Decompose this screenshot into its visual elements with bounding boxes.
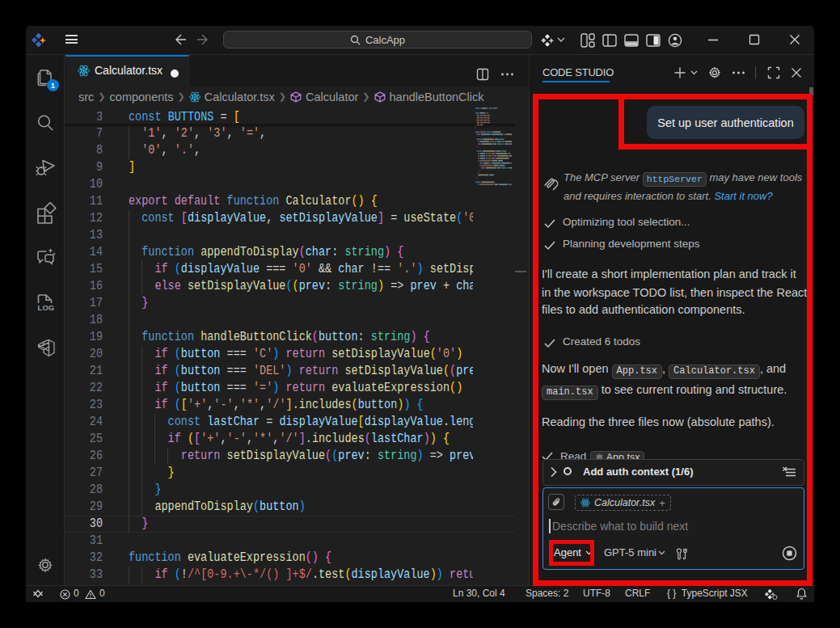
svg-text:LOG: LOG (38, 303, 55, 312)
